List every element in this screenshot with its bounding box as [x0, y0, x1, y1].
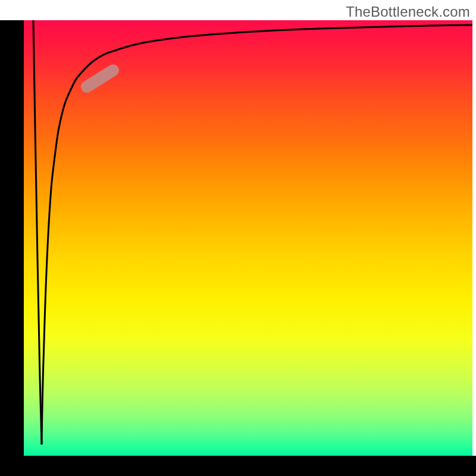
- main-curve: [42, 25, 472, 444]
- watermark-text: TheBottleneck.com: [346, 4, 470, 20]
- marker-layer: [24, 20, 472, 456]
- chart-container: TheBottleneck.com: [0, 0, 476, 476]
- x-axis: [0, 456, 476, 476]
- y-axis: [0, 20, 24, 456]
- highlight-pill: [79, 62, 121, 95]
- spike-line: [33, 20, 42, 444]
- svg-rect-0: [79, 62, 121, 95]
- plot-area: [24, 20, 472, 456]
- curve-layer: [24, 20, 472, 456]
